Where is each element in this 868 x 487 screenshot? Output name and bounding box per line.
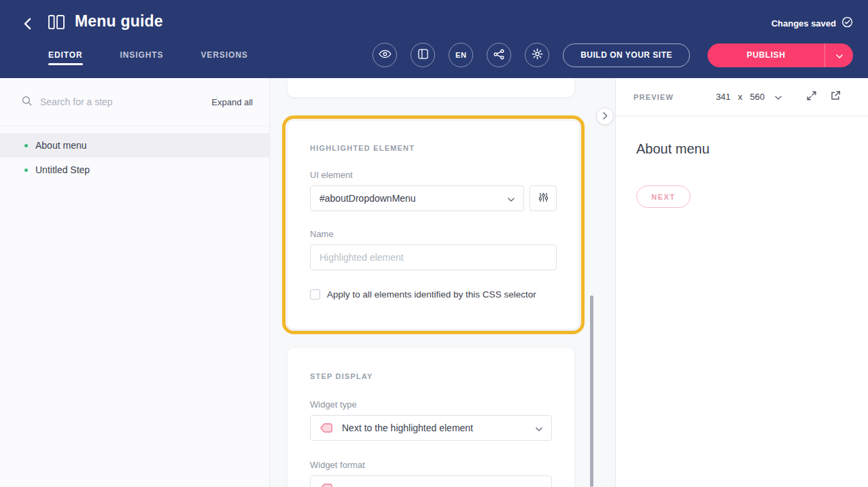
header-actions: EN BUILD ON YOUR SITE PUBLISH (372, 43, 853, 67)
chevron-right-icon (603, 111, 608, 122)
preview-step-title: About menu (636, 141, 848, 157)
section-title: HIGHLIGHTED ELEMENT (310, 144, 557, 152)
settings-button[interactable] (525, 43, 549, 67)
build-on-your-site-button[interactable]: BUILD ON YOUR SITE (563, 43, 690, 67)
name-label: Name (310, 229, 557, 239)
language-label: EN (455, 51, 466, 59)
top-header: Menu guide Changes saved EDITOR INSIGHTS… (0, 0, 868, 78)
step-item-about-menu[interactable]: About menu (0, 133, 269, 158)
preview-header: PREVIEW 341 x 560 (616, 78, 868, 116)
chevron-down-icon (836, 50, 843, 60)
language-button[interactable]: EN (449, 43, 473, 67)
tab-versions[interactable]: VERSIONS (201, 50, 247, 68)
tab-editor[interactable]: EDITOR (48, 50, 83, 68)
open-in-new-window-button[interactable] (830, 90, 841, 103)
publish-dropdown-toggle[interactable] (824, 43, 853, 67)
step-status-dot (24, 144, 28, 147)
collapse-preview-button[interactable] (596, 107, 614, 125)
step-status-dot (24, 168, 28, 172)
tooltip-widget-icon (319, 482, 333, 487)
preview-size-separator: x (738, 92, 743, 102)
publish-button[interactable]: PUBLISH (708, 43, 824, 67)
selector-settings-button[interactable] (530, 185, 557, 211)
page-title: Menu guide (75, 12, 163, 31)
expand-icon (806, 90, 817, 103)
highlighted-element-outline: HIGHLIGHTED ELEMENT UI element #aboutDro… (282, 115, 585, 334)
preview-panel: PREVIEW 341 x 560 About menu NEXT (615, 78, 868, 487)
preview-size-select[interactable]: 341 x 560 (716, 92, 782, 102)
share-icon (493, 49, 504, 62)
highlighted-element-card: HIGHLIGHTED ELEMENT UI element #aboutDro… (288, 121, 579, 329)
ui-element-row: #aboutDropdownMenu (310, 180, 557, 211)
preview-title: PREVIEW (633, 93, 674, 101)
check-circle-icon (841, 16, 853, 30)
app-logo-icon (48, 14, 65, 33)
changes-saved-label: Changes saved (771, 18, 836, 29)
tab-insights[interactable]: INSIGHTS (120, 50, 164, 68)
widget-type-select[interactable]: Next to the highlighted element (310, 415, 552, 441)
fullscreen-preview-button[interactable] (806, 90, 817, 103)
step-editor-panel: HIGHLIGHTED ELEMENT UI element #aboutDro… (270, 78, 615, 487)
expand-all-link[interactable]: Expand all (211, 97, 253, 107)
apply-all-checkbox[interactable] (310, 289, 320, 300)
step-display-card: STEP DISPLAY Widget type Next to the hig… (288, 348, 574, 487)
search-icon (22, 96, 32, 109)
chevron-down-icon (508, 193, 515, 204)
ui-element-value: #aboutDropdownMenu (319, 193, 508, 204)
share-button[interactable] (487, 43, 511, 67)
chevron-down-icon (536, 422, 542, 433)
eye-icon (379, 50, 392, 60)
preview-next-button[interactable]: NEXT (636, 185, 691, 208)
widget-type-value: Next to the highlighted element (342, 422, 536, 433)
ui-element-label: UI element (310, 170, 557, 180)
apply-all-label: Apply to all elements identified by this… (327, 289, 536, 300)
publish-split-button: PUBLISH (708, 43, 853, 67)
preview-eye-button[interactable] (372, 43, 397, 67)
gear-icon (532, 48, 543, 62)
ui-element-select[interactable]: #aboutDropdownMenu (310, 185, 524, 211)
chevron-left-icon (24, 18, 31, 32)
section-title: STEP DISPLAY (310, 372, 552, 380)
apply-all-row: Apply to all elements identified by this… (310, 289, 557, 300)
element-name-input[interactable] (310, 245, 557, 270)
widget-format-select[interactable] (310, 475, 552, 487)
tooltip-widget-icon (319, 422, 333, 434)
step-item-untitled-step[interactable]: Untitled Step (0, 158, 269, 182)
step-list: About menu Untitled Step (0, 126, 269, 182)
chevron-down-icon (775, 92, 782, 102)
steps-sidebar: Expand all About menu Untitled Step (0, 78, 270, 487)
preview-width-value: 341 (716, 92, 731, 102)
previous-settings-card (288, 78, 574, 97)
back-button[interactable] (18, 15, 37, 34)
step-item-label: Untitled Step (35, 164, 90, 175)
layout-button[interactable] (411, 43, 435, 67)
widget-format-label: Widget format (310, 460, 552, 470)
changes-saved-status: Changes saved (771, 16, 853, 30)
header-tabs: EDITOR INSIGHTS VERSIONS (48, 50, 248, 68)
step-item-label: About menu (35, 140, 87, 151)
app-root: Menu guide Changes saved EDITOR INSIGHTS… (0, 0, 868, 487)
preview-height-value: 560 (750, 92, 765, 102)
sliders-icon (538, 192, 549, 204)
preview-body: About menu NEXT (616, 116, 868, 208)
layout-icon (418, 49, 428, 61)
widget-type-label: Widget type (310, 399, 552, 410)
step-search-row: Expand all (0, 78, 269, 126)
editor-scrollbar[interactable] (590, 295, 593, 487)
step-search-input[interactable] (40, 96, 211, 107)
external-link-icon (830, 90, 841, 103)
